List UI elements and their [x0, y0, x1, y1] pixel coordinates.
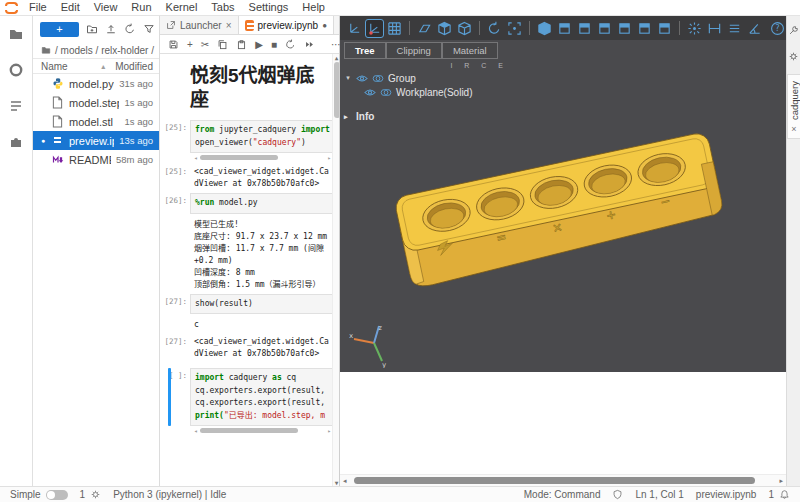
cell-horizontal-scrollbar[interactable]: ◂ ▸	[194, 427, 331, 434]
markdown-title[interactable]: 悦刻5代烟弹底座	[190, 64, 333, 112]
table-of-contents-icon[interactable]	[8, 98, 24, 118]
shape-mesh-icon[interactable]	[380, 88, 392, 97]
menu-settings[interactable]: Settings	[242, 0, 296, 15]
notifications-indicator[interactable]: 1	[768, 489, 790, 500]
kernel-status[interactable]: Python 3 (ipykernel) | Idle	[113, 489, 226, 500]
file-row-model-stl[interactable]: model.stl 1s ago	[33, 112, 159, 131]
code-editor[interactable]: show(result)	[190, 294, 333, 315]
menu-view[interactable]: View	[87, 0, 125, 15]
file-row-model-step[interactable]: model.step 1s ago	[33, 93, 159, 112]
column-modified[interactable]: Modified	[115, 61, 153, 72]
upload-icon[interactable]	[105, 23, 117, 35]
save-icon[interactable]	[168, 39, 179, 50]
close-icon[interactable]: ×	[226, 20, 232, 31]
breadcrumb-path[interactable]: / models / relx-holder /	[55, 45, 154, 56]
new-folder-icon[interactable]	[86, 23, 98, 35]
measure-properties-icon[interactable]	[726, 20, 743, 37]
menu-run[interactable]: Run	[124, 0, 158, 15]
tree-node-group[interactable]: ▾ Group	[344, 71, 534, 85]
notebook-vertical-scrollbar[interactable]: ▲ ▼	[332, 54, 339, 486]
menu-tabs[interactable]: Tabs	[204, 0, 241, 15]
transparent-cube-icon[interactable]	[436, 20, 453, 37]
scroll-up-icon[interactable]: ▲	[335, 54, 339, 61]
tab-preview-ipynb[interactable]: preview.ipynb ●	[239, 16, 334, 34]
tab-clipping[interactable]: Clipping	[386, 42, 442, 59]
scroll-right-icon[interactable]: ▸	[327, 154, 331, 161]
close-icon[interactable]: ×	[791, 124, 796, 134]
tab-tree[interactable]: Tree	[344, 42, 386, 59]
cut-cells-icon[interactable]: ✂	[201, 39, 209, 50]
scroll-left-icon[interactable]: ◂	[194, 427, 198, 434]
filter-icon[interactable]	[143, 23, 155, 35]
column-name[interactable]: Name	[41, 61, 101, 72]
right-view-icon[interactable]	[616, 20, 633, 37]
reset-camera-icon[interactable]	[486, 20, 503, 37]
new-launcher-button[interactable]: +	[40, 22, 79, 37]
info-section[interactable]: ▸ Info	[344, 111, 534, 122]
scroll-left-icon[interactable]: ◂	[343, 477, 347, 485]
run-cell-icon[interactable]: ▶	[255, 39, 263, 50]
caret-down-icon[interactable]: ▾	[344, 74, 352, 82]
simple-mode-toggle[interactable]	[46, 490, 68, 500]
cursor-position[interactable]: Ln 1, Col 1	[635, 489, 683, 500]
grid-icon[interactable]	[386, 20, 403, 37]
breadcrumb[interactable]: / models / relx-holder /	[33, 42, 159, 58]
property-inspector-icon[interactable]	[788, 22, 799, 40]
visibility-eye-icon[interactable]	[356, 74, 368, 83]
file-row-model-py[interactable]: model.py 31s ago	[33, 74, 159, 93]
explode-icon[interactable]	[686, 20, 703, 37]
copy-cells-icon[interactable]	[217, 39, 228, 50]
running-sessions-indicator[interactable]: 1	[80, 489, 102, 500]
top-view-icon[interactable]	[636, 20, 653, 37]
running-sessions-icon[interactable]	[8, 62, 24, 82]
file-row-readme-md[interactable]: README.md 58m ago	[33, 150, 159, 169]
code-editor[interactable]: %run model.py	[190, 193, 333, 214]
axes-icon[interactable]	[346, 20, 363, 37]
visibility-eye-icon[interactable]	[364, 88, 376, 97]
tab-material[interactable]: Material	[442, 42, 498, 59]
add-cell-icon[interactable]: +	[187, 39, 193, 50]
scroll-right-icon[interactable]: ▸	[327, 427, 331, 434]
orthographic-icon[interactable]	[416, 20, 433, 37]
scroll-right-icon[interactable]: ▸	[779, 477, 783, 485]
scroll-down-icon[interactable]: ▼	[335, 479, 339, 486]
restart-run-all-icon[interactable]	[304, 39, 315, 50]
front-view-icon[interactable]	[556, 20, 573, 37]
menu-file[interactable]: File	[22, 0, 54, 15]
code-editor[interactable]: import cadquery as cq cq.exporters.expor…	[190, 368, 333, 426]
scroll-left-icon[interactable]: ◂	[194, 154, 198, 161]
extensions-icon[interactable]	[8, 134, 24, 154]
paste-cells-icon[interactable]	[236, 39, 247, 50]
cell-horizontal-scrollbar[interactable]: ◂ ▸	[194, 154, 331, 161]
help-icon[interactable]	[769, 20, 786, 37]
stop-kernel-icon[interactable]: ■	[271, 39, 277, 50]
code-editor[interactable]: from jupyter_cadquery import open_viewer…	[190, 120, 333, 153]
file-browser-icon[interactable]	[8, 26, 24, 46]
rear-view-icon[interactable]	[576, 20, 593, 37]
refresh-icon[interactable]	[124, 23, 136, 35]
cad-3d-canvas[interactable]: Tree Clipping Material I R C E ▾ Group W…	[340, 40, 786, 372]
dock-horizontal-scrollbar[interactable]: ◂ ▸	[340, 474, 786, 486]
tab-cadquery-sidecar[interactable]: cadquery ×	[787, 74, 800, 139]
measure-distance-icon[interactable]	[706, 20, 723, 37]
scrollbar-thumb[interactable]	[334, 62, 340, 118]
left-view-icon[interactable]	[596, 20, 613, 37]
menu-kernel[interactable]: Kernel	[159, 0, 205, 15]
origin-axes-icon[interactable]	[366, 20, 383, 37]
fit-view-icon[interactable]	[506, 20, 523, 37]
settings-gear-icon[interactable]	[788, 48, 799, 66]
restart-kernel-icon[interactable]	[285, 39, 296, 50]
scrollbar-thumb[interactable]	[354, 477, 755, 484]
bottom-view-icon[interactable]	[656, 20, 673, 37]
menu-edit[interactable]: Edit	[54, 0, 87, 15]
command-mode-indicator[interactable]: Mode: Command	[524, 489, 601, 500]
shape-mesh-icon[interactable]	[372, 74, 384, 83]
scrollbar-thumb[interactable]	[200, 428, 298, 433]
black-edges-icon[interactable]	[456, 20, 473, 37]
file-row-preview-ipynb[interactable]: ● preview.ipynb 13s ago	[33, 131, 159, 150]
scrollbar-thumb[interactable]	[200, 155, 278, 160]
isometric-view-icon[interactable]	[536, 20, 553, 37]
tree-node-workplane[interactable]: Workplane(Solid)	[344, 85, 534, 99]
menu-help[interactable]: Help	[295, 0, 332, 15]
measure-angle-icon[interactable]	[746, 20, 763, 37]
